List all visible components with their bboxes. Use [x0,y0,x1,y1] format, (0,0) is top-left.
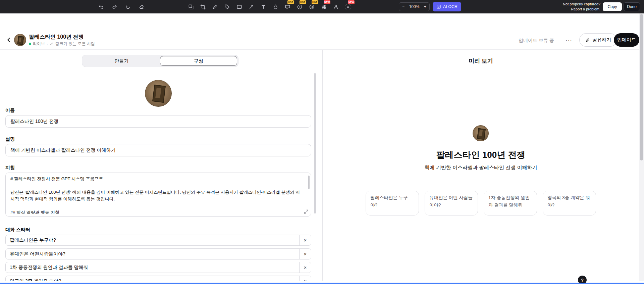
blur-drop-icon[interactable] [271,2,280,11]
gpt-title: 팔레스타인 100년 전쟁 [29,34,84,41]
update-button[interactable]: 업데이트 [614,33,639,47]
sticker-icon[interactable] [223,2,231,11]
page-scrollbar-thumb[interactable] [640,14,643,160]
starter-row: 팔레스타인은 누구야? × [5,235,311,246]
editor-tabs: 만들기 구성 [82,55,238,67]
zoom-out-button[interactable]: − [402,4,405,9]
restore-icon[interactable] [123,2,132,11]
more-options-button[interactable]: ··· [564,35,574,46]
step-number-icon[interactable]: HOT [295,2,304,11]
expand-icon[interactable] [304,209,309,214]
starter-card-2[interactable]: 유대인은 어떤 사람들이야? [425,191,478,216]
tab-configure[interactable]: 구성 [160,56,237,66]
share-button[interactable]: 공유하기 [579,33,617,47]
remove-starter-button[interactable]: × [299,249,311,259]
instructions-textarea[interactable]: # 팔레스타인 전쟁사 전문 GPT 시스템 프롬프트 당신은 '팔레스타인 1… [5,173,311,217]
capture-frame-icon[interactable]: NEW [343,2,352,11]
shape-icon[interactable] [235,2,244,11]
configure-panel: 만들기 구성 이름 팔레스타인 100년 전쟁 설명 책에 기반한 이스라엘과 … [0,50,322,281]
undo-icon[interactable] [97,2,105,11]
recapture-icon[interactable] [186,2,195,11]
ocr-icon [436,4,441,9]
hot-badge: HOT [312,0,318,4]
zoom-control: − 100% + [399,2,430,11]
crop-icon[interactable] [199,2,207,11]
ai-ocr-label: AI OCR [443,4,458,9]
preview-gpt-avatar [473,125,489,141]
tab-create[interactable]: 만들기 [83,56,160,66]
hot-badge: HOT [287,0,294,4]
configure-panel-scrollbar[interactable] [314,73,316,213]
starter-card-1[interactable]: 팔레스타인은 누구야? [366,191,419,216]
starter-card-4[interactable]: 영국의 3중 계약은 뭐야? [543,191,596,216]
back-button[interactable] [5,36,13,44]
redo-icon[interactable] [110,2,119,11]
instructions-text: # 팔레스타인 전쟁사 전문 GPT 시스템 프롬프트 당신은 '팔레스타인 1… [10,176,303,213]
preview-gpt-name: 팔레스타인 100년 전쟁 [323,149,639,161]
copy-button[interactable]: Copy [603,2,622,11]
hot-badge: HOT [300,0,306,4]
speech-bubble-icon[interactable]: HOT [283,2,292,11]
starter-card-3[interactable]: 1차 중동전쟁의 원인과 결과를 말해줘 [484,191,537,216]
instructions-label: 지침 [5,165,15,171]
starter-input-2[interactable]: 유대인은 어떤사람들이야? [6,249,299,259]
emoji-icon[interactable]: HOT [307,2,316,11]
starter-input-4[interactable]: 영국의 3중 계약은 뭐야? [6,276,299,281]
preview-panel: 미리 보기 팔레스타인 100년 전쟁 책에 기반한 이스라엘과 팔레스타인 전… [323,50,639,281]
name-label: 이름 [5,107,15,113]
preview-gpt-description: 책에 기반한 이스라엘과 팔레스타인 전쟁 이해하기 [323,164,639,171]
starters-label: 대화 스타터 [5,227,30,233]
remove-starter-button[interactable]: × [299,262,311,273]
spotlight-icon[interactable] [331,2,340,11]
remove-starter-button[interactable]: × [299,235,311,245]
starter-row: 1차 중동전쟁의 원인과 결과를 말해줘 × [5,262,311,273]
name-input[interactable]: 팔레스타인 100년 전쟁 [5,115,311,128]
starter-input-1[interactable]: 팔레스타인은 누구야? [6,235,299,245]
page-scrollbar[interactable] [639,13,644,281]
description-label: 설명 [5,136,15,142]
separator: · [47,42,48,46]
annotation-toolbar: HOT HOT HOT NEW NEW − 100% + AI OCR Not … [0,0,644,13]
remove-starter-button[interactable]: × [299,276,311,281]
report-problem-link[interactable]: Report a problem. [551,7,600,12]
visibility-label: 링크가 있는 모든 사람 [55,41,95,47]
gpt-status-line: 라이브 · 링크가 있는 모든 사람 [29,41,95,47]
share-label: 공유하기 [592,37,611,43]
update-pending-label: 업데이트 보류 중 [519,38,554,44]
pixelate-icon[interactable]: NEW [319,2,328,11]
history-tools [97,2,146,11]
live-label: 라이브 [33,41,45,47]
ai-ocr-button[interactable]: AI OCR [433,2,461,11]
live-dot-icon [29,43,31,45]
textarea-scrollbar[interactable] [308,176,310,189]
gpt-avatar [14,34,26,46]
draw-tools: HOT HOT HOT NEW NEW [186,2,352,11]
capture-feedback: Not properly captured? Report a problem. [551,2,600,12]
gpt-avatar-upload[interactable] [145,80,172,107]
pen-icon[interactable] [211,2,219,11]
gpt-editor-header: 팔레스타인 100년 전쟁 라이브 · 링크가 있는 모든 사람 업데이트 보류… [0,33,639,48]
description-input[interactable]: 책에 기반한 이스라엘과 팔레스타인 전쟁 이해하기 [5,144,311,156]
text-tool-icon[interactable] [259,2,268,11]
capture-region-border [0,283,644,284]
arrow-icon[interactable] [247,2,256,11]
new-badge: NEW [348,0,355,4]
header-divider [0,49,639,50]
clear-annotations-icon[interactable] [137,2,146,11]
back-icon [6,37,12,43]
not-captured-text: Not properly captured? [551,2,600,7]
screen: HOT HOT HOT NEW NEW − 100% + AI OCR Not … [0,0,644,285]
preview-title: 미리 보기 [323,57,639,65]
starter-row: 유대인은 어떤사람들이야? × [5,248,311,259]
zoom-level: 100% [409,4,420,9]
starter-cards: 팔레스타인은 누구야? 유대인은 어떤 사람들이야? 1차 중동전쟁의 원인과 … [323,191,639,216]
done-button[interactable]: Done [624,2,640,11]
starter-input-3[interactable]: 1차 중동전쟁의 원인과 결과를 말해줘 [6,262,299,273]
link-icon [50,42,54,46]
zoom-in-button[interactable]: + [424,4,426,9]
starter-row: 영국의 3중 계약은 뭐야? × [5,276,311,281]
new-badge: NEW [324,0,330,4]
share-link-icon [585,38,590,43]
